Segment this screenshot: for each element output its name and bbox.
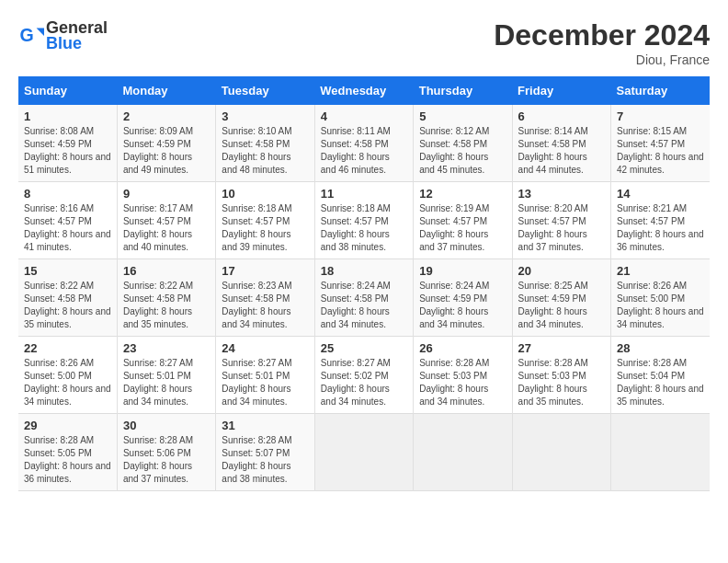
day-detail: Sunrise: 8:17 AM Sunset: 4:57 PM Dayligh…: [123, 202, 210, 254]
table-row: 24 Sunrise: 8:27 AM Sunset: 5:01 PM Dayl…: [216, 337, 314, 414]
day-number: 30: [123, 419, 210, 432]
table-row: [512, 414, 610, 491]
title-section: December 2024 Diou, France: [494, 18, 710, 67]
table-row: 17 Sunrise: 8:23 AM Sunset: 4:58 PM Dayl…: [216, 259, 314, 337]
day-detail: Sunrise: 8:19 AM Sunset: 4:57 PM Dayligh…: [419, 202, 506, 254]
day-number: 4: [321, 109, 407, 123]
day-detail: Sunrise: 8:09 AM Sunset: 4:59 PM Dayligh…: [123, 125, 210, 177]
table-row: 23 Sunrise: 8:27 AM Sunset: 5:01 PM Dayl…: [117, 337, 215, 414]
day-detail: Sunrise: 8:27 AM Sunset: 5:02 PM Dayligh…: [321, 357, 407, 408]
table-row: 31 Sunrise: 8:28 AM Sunset: 5:07 PM Dayl…: [216, 414, 314, 491]
day-number: 6: [518, 109, 605, 123]
table-row: 4 Sunrise: 8:11 AM Sunset: 4:58 PM Dayli…: [314, 105, 413, 182]
day-number: 22: [24, 341, 111, 355]
day-number: 1: [24, 109, 111, 123]
logo-icon: G: [18, 23, 44, 49]
calendar-row-4: 22 Sunrise: 8:26 AM Sunset: 5:00 PM Dayl…: [18, 337, 710, 414]
table-row: 15 Sunrise: 8:22 AM Sunset: 4:58 PM Dayl…: [18, 259, 117, 337]
day-number: 5: [419, 109, 506, 123]
day-number: 31: [222, 419, 308, 432]
location: Diou, France: [494, 52, 710, 67]
day-number: 2: [123, 109, 210, 123]
table-row: 3 Sunrise: 8:10 AM Sunset: 4:58 PM Dayli…: [216, 105, 314, 182]
table-row: 18 Sunrise: 8:24 AM Sunset: 4:58 PM Dayl…: [314, 259, 413, 337]
day-detail: Sunrise: 8:20 AM Sunset: 4:57 PM Dayligh…: [518, 202, 605, 254]
day-detail: Sunrise: 8:24 AM Sunset: 4:58 PM Dayligh…: [321, 280, 407, 331]
table-row: 28 Sunrise: 8:28 AM Sunset: 5:04 PM Dayl…: [611, 337, 710, 414]
col-wednesday: Wednesday: [314, 76, 413, 105]
day-number: 19: [419, 264, 506, 278]
day-detail: Sunrise: 8:28 AM Sunset: 5:07 PM Dayligh…: [222, 434, 308, 486]
day-number: 9: [123, 187, 210, 201]
col-thursday: Thursday: [414, 76, 512, 105]
calendar-row-2: 8 Sunrise: 8:16 AM Sunset: 4:57 PM Dayli…: [18, 182, 710, 259]
day-detail: Sunrise: 8:18 AM Sunset: 4:57 PM Dayligh…: [321, 202, 407, 254]
svg-text:G: G: [19, 25, 33, 45]
col-tuesday: Tuesday: [216, 76, 314, 105]
table-row: [414, 414, 512, 491]
table-row: 7 Sunrise: 8:15 AM Sunset: 4:57 PM Dayli…: [611, 105, 710, 182]
table-row: 16 Sunrise: 8:22 AM Sunset: 4:58 PM Dayl…: [117, 259, 215, 337]
day-detail: Sunrise: 8:22 AM Sunset: 4:58 PM Dayligh…: [24, 280, 111, 331]
day-detail: Sunrise: 8:14 AM Sunset: 4:58 PM Dayligh…: [518, 125, 605, 177]
day-number: 25: [321, 341, 407, 355]
table-row: 14 Sunrise: 8:21 AM Sunset: 4:57 PM Dayl…: [611, 182, 710, 259]
day-number: 16: [123, 264, 210, 278]
day-detail: Sunrise: 8:12 AM Sunset: 4:58 PM Dayligh…: [419, 125, 506, 177]
table-row: 1 Sunrise: 8:08 AM Sunset: 4:59 PM Dayli…: [18, 105, 117, 182]
day-number: 26: [419, 341, 506, 355]
day-number: 12: [419, 187, 506, 201]
table-row: 22 Sunrise: 8:26 AM Sunset: 5:00 PM Dayl…: [18, 337, 117, 414]
day-number: 15: [24, 264, 111, 278]
day-detail: Sunrise: 8:22 AM Sunset: 4:58 PM Dayligh…: [123, 280, 210, 331]
day-detail: Sunrise: 8:11 AM Sunset: 4:58 PM Dayligh…: [321, 125, 407, 177]
day-detail: Sunrise: 8:28 AM Sunset: 5:06 PM Dayligh…: [123, 434, 210, 486]
day-detail: Sunrise: 8:28 AM Sunset: 5:05 PM Dayligh…: [24, 434, 111, 486]
table-row: 20 Sunrise: 8:25 AM Sunset: 4:59 PM Dayl…: [512, 259, 610, 337]
table-row: 5 Sunrise: 8:12 AM Sunset: 4:58 PM Dayli…: [414, 105, 512, 182]
table-row: 19 Sunrise: 8:24 AM Sunset: 4:59 PM Dayl…: [414, 259, 512, 337]
table-row: [611, 414, 710, 491]
day-detail: Sunrise: 8:10 AM Sunset: 4:58 PM Dayligh…: [222, 125, 308, 177]
day-number: 24: [222, 341, 308, 355]
day-detail: Sunrise: 8:25 AM Sunset: 4:59 PM Dayligh…: [518, 280, 605, 331]
col-saturday: Saturday: [611, 76, 710, 105]
table-row: 13 Sunrise: 8:20 AM Sunset: 4:57 PM Dayl…: [512, 182, 610, 259]
table-row: [314, 414, 413, 491]
day-number: 23: [123, 341, 210, 355]
logo-blue: Blue: [46, 34, 108, 53]
col-monday: Monday: [117, 76, 215, 105]
column-header-row: Sunday Monday Tuesday Wednesday Thursday…: [18, 76, 710, 105]
day-number: 20: [518, 264, 605, 278]
day-detail: Sunrise: 8:28 AM Sunset: 5:03 PM Dayligh…: [518, 357, 605, 408]
table-row: 11 Sunrise: 8:18 AM Sunset: 4:57 PM Dayl…: [314, 182, 413, 259]
table-row: 21 Sunrise: 8:26 AM Sunset: 5:00 PM Dayl…: [611, 259, 710, 337]
day-number: 28: [617, 341, 704, 355]
table-row: 30 Sunrise: 8:28 AM Sunset: 5:06 PM Dayl…: [117, 414, 215, 491]
day-detail: Sunrise: 8:23 AM Sunset: 4:58 PM Dayligh…: [222, 280, 308, 331]
day-number: 8: [24, 187, 111, 201]
day-detail: Sunrise: 8:26 AM Sunset: 5:00 PM Dayligh…: [617, 280, 704, 331]
day-number: 10: [222, 187, 308, 201]
day-number: 27: [518, 341, 605, 355]
day-number: 18: [321, 264, 407, 278]
table-row: 8 Sunrise: 8:16 AM Sunset: 4:57 PM Dayli…: [18, 182, 117, 259]
table-row: 10 Sunrise: 8:18 AM Sunset: 4:57 PM Dayl…: [216, 182, 314, 259]
calendar-row-3: 15 Sunrise: 8:22 AM Sunset: 4:58 PM Dayl…: [18, 259, 710, 337]
calendar-row-5: 29 Sunrise: 8:28 AM Sunset: 5:05 PM Dayl…: [18, 414, 710, 491]
logo: G GeneralBlue: [18, 18, 108, 53]
table-row: 25 Sunrise: 8:27 AM Sunset: 5:02 PM Dayl…: [314, 337, 413, 414]
table-row: 26 Sunrise: 8:28 AM Sunset: 5:03 PM Dayl…: [414, 337, 512, 414]
calendar-table: Sunday Monday Tuesday Wednesday Thursday…: [18, 76, 710, 491]
day-detail: Sunrise: 8:24 AM Sunset: 4:59 PM Dayligh…: [419, 280, 506, 331]
day-detail: Sunrise: 8:26 AM Sunset: 5:00 PM Dayligh…: [24, 357, 111, 408]
table-row: 6 Sunrise: 8:14 AM Sunset: 4:58 PM Dayli…: [512, 105, 610, 182]
day-number: 21: [617, 264, 704, 278]
day-number: 7: [617, 109, 704, 123]
table-row: 12 Sunrise: 8:19 AM Sunset: 4:57 PM Dayl…: [414, 182, 512, 259]
day-detail: Sunrise: 8:28 AM Sunset: 5:04 PM Dayligh…: [617, 357, 704, 408]
table-row: 9 Sunrise: 8:17 AM Sunset: 4:57 PM Dayli…: [117, 182, 215, 259]
table-row: 27 Sunrise: 8:28 AM Sunset: 5:03 PM Dayl…: [512, 337, 610, 414]
day-detail: Sunrise: 8:18 AM Sunset: 4:57 PM Dayligh…: [222, 202, 308, 254]
day-detail: Sunrise: 8:08 AM Sunset: 4:59 PM Dayligh…: [24, 125, 111, 177]
